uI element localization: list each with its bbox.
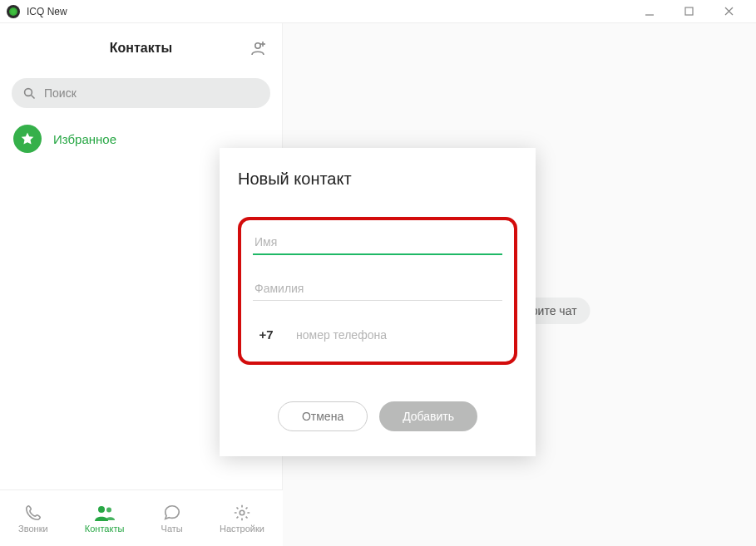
nav-contacts[interactable]: Контакты <box>85 504 125 534</box>
app-title: ICQ New <box>27 6 67 17</box>
titlebar: ICQ New <box>0 0 756 23</box>
bottom-nav: Звонки Контакты Чаты <box>0 489 283 546</box>
svg-point-4 <box>255 43 260 48</box>
svg-point-11 <box>240 510 245 515</box>
search-input[interactable]: Поиск <box>12 78 270 108</box>
phone-field-wrapper: +7 <box>253 322 502 347</box>
app-icon <box>7 5 20 18</box>
chat-icon <box>163 504 181 522</box>
phone-input[interactable] <box>294 323 502 347</box>
nav-settings[interactable]: Настройки <box>220 504 264 534</box>
nav-chats[interactable]: Чаты <box>161 504 183 534</box>
modal-title: Новый контакт <box>238 170 517 189</box>
favorites-label: Избранное <box>53 132 116 146</box>
nav-chats-label: Чаты <box>161 524 183 534</box>
contacts-icon <box>94 504 116 522</box>
maximize-button[interactable] <box>684 7 709 17</box>
nav-contacts-label: Контакты <box>85 524 125 534</box>
nav-calls[interactable]: Звонки <box>18 504 48 534</box>
name-field-wrapper <box>253 230 502 255</box>
modal-buttons: Отмена Добавить <box>238 401 517 431</box>
svg-point-9 <box>98 506 105 513</box>
gear-icon <box>233 504 251 522</box>
surname-field-wrapper <box>253 277 502 301</box>
close-button[interactable] <box>724 7 749 17</box>
svg-point-10 <box>106 507 111 512</box>
contacts-title: Контакты <box>110 41 172 56</box>
phone-icon <box>24 504 42 522</box>
minimize-button[interactable] <box>645 7 670 17</box>
add-contact-icon[interactable] <box>249 41 267 56</box>
contacts-header: Контакты <box>0 23 282 73</box>
cancel-button[interactable]: Отмена <box>278 401 368 431</box>
svg-rect-1 <box>685 7 693 15</box>
search-icon <box>23 87 36 100</box>
search-placeholder: Поиск <box>44 86 77 100</box>
new-contact-modal: Новый контакт +7 Отмена Добавить <box>220 148 536 456</box>
nav-calls-label: Звонки <box>18 524 48 534</box>
surname-input[interactable] <box>253 277 502 301</box>
svg-point-7 <box>25 88 32 96</box>
fields-highlight-box: +7 <box>238 217 517 365</box>
svg-line-8 <box>32 95 35 98</box>
country-code[interactable]: +7 <box>253 322 279 347</box>
add-button[interactable]: Добавить <box>379 401 477 431</box>
star-icon <box>13 125 42 153</box>
name-input[interactable] <box>253 230 502 255</box>
window-controls <box>645 7 749 17</box>
nav-settings-label: Настройки <box>220 524 264 534</box>
